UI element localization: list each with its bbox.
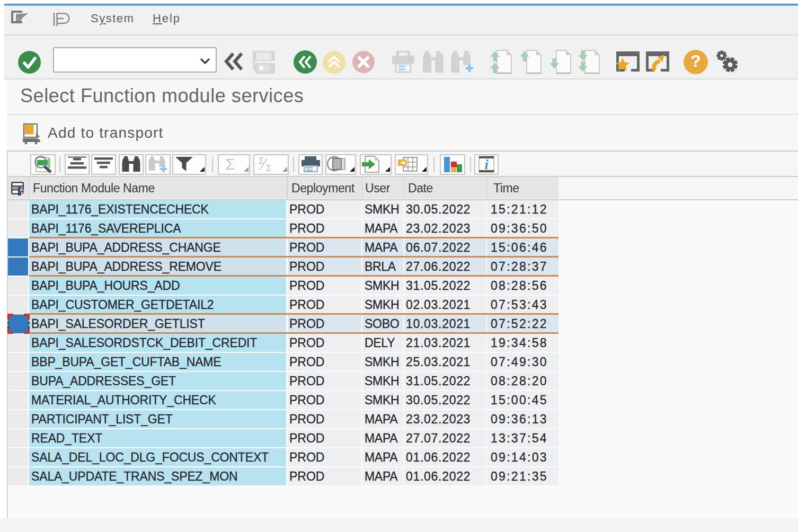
svg-text:i: i (484, 157, 489, 172)
svg-text:?: ? (690, 51, 701, 70)
svg-text:Σ: Σ (225, 155, 235, 173)
svg-text:Σ: Σ (266, 163, 272, 173)
